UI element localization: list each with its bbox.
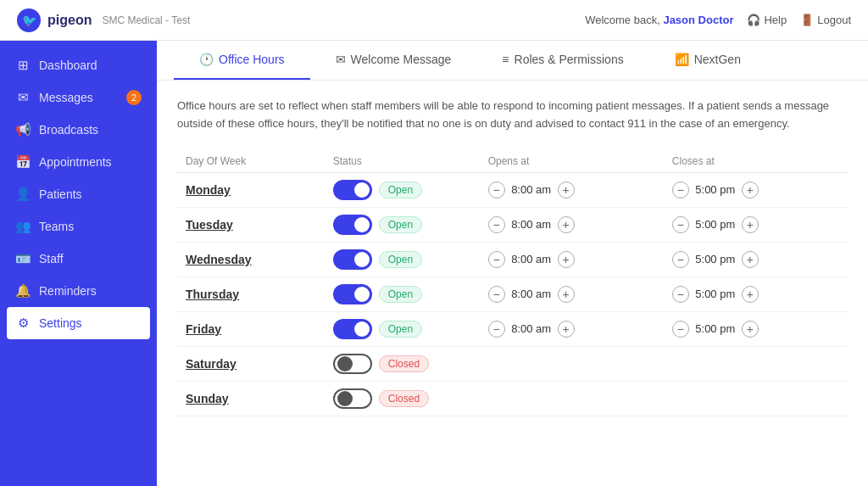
table-row: SundayClosed [177, 381, 848, 416]
toggle-thursday[interactable] [333, 284, 372, 304]
table-row: MondayOpen−8:00 am+−5:00 pm+ [177, 172, 848, 207]
tab-nextgen[interactable]: 📶 NextGen [649, 41, 766, 80]
col-header-opens: Opens at [480, 150, 664, 173]
opens-decrease-button[interactable]: − [488, 216, 505, 233]
toggle-sunday[interactable] [333, 388, 372, 409]
closes-increase-button[interactable]: + [742, 286, 759, 303]
broadcasts-icon: 📢 [15, 122, 31, 137]
toggle-wednesday[interactable] [333, 249, 372, 270]
opens-time-control: −8:00 am+ [488, 251, 655, 268]
day-name: Thursday [186, 288, 239, 301]
sidebar-label-teams: Teams [39, 220, 74, 233]
main-content: 🕐 Office Hours ✉ Welcome Message ≡ Roles… [157, 41, 868, 486]
opens-time-value: 8:00 am [510, 288, 553, 300]
logo-subtitle: SMC Medical - Test [102, 14, 190, 26]
sidebar-label-appointments: Appointments [39, 155, 112, 169]
status-badge: Open [379, 251, 422, 268]
sidebar-item-dashboard[interactable]: ⊞ Dashboard [0, 49, 157, 81]
opens-time-value: 8:00 am [510, 322, 553, 335]
closes-time-value: 5:00 pm [694, 218, 737, 231]
appointments-icon: 📅 [15, 154, 31, 170]
logo-icon: 🐦 [17, 8, 41, 32]
sidebar-item-messages[interactable]: ✉ Messages 2 [0, 81, 157, 114]
opens-increase-button[interactable]: + [558, 216, 575, 233]
nextgen-icon: 📶 [675, 53, 689, 66]
closes-decrease-button[interactable]: − [672, 321, 689, 338]
opens-increase-button[interactable]: + [558, 251, 575, 268]
closes-time-control: −5:00 pm+ [672, 321, 839, 338]
help-icon: 🎧 [747, 14, 760, 26]
toggle-tuesday[interactable] [333, 215, 372, 235]
sidebar-label-broadcasts: Broadcasts [39, 123, 98, 137]
day-name: Sunday [186, 392, 229, 405]
topbar-right: Welcome back, Jason Doctor 🎧 Help 🚪 Logo… [585, 14, 851, 26]
toggle-monday[interactable] [333, 180, 372, 200]
closes-increase-button[interactable]: + [742, 251, 759, 268]
col-header-status: Status [325, 150, 480, 173]
sidebar-item-staff[interactable]: 🪪 Staff [0, 243, 157, 275]
closes-decrease-button[interactable]: − [672, 216, 689, 233]
tab-roles-permissions[interactable]: ≡ Roles & Permissions [476, 41, 648, 80]
opens-time-value: 8:00 am [510, 253, 553, 265]
closes-increase-button[interactable]: + [742, 321, 759, 338]
closes-time-value: 5:00 pm [694, 288, 737, 300]
table-row: TuesdayOpen−8:00 am+−5:00 pm+ [177, 207, 848, 242]
sidebar-item-broadcasts[interactable]: 📢 Broadcasts [0, 114, 157, 146]
closes-time-control: −5:00 pm+ [672, 182, 839, 198]
opens-decrease-button[interactable]: − [488, 286, 505, 303]
closes-decrease-button[interactable]: − [672, 286, 689, 303]
patients-icon: 👤 [15, 187, 31, 202]
closes-time-control: −5:00 pm+ [672, 251, 839, 268]
sidebar-label-messages: Messages [39, 91, 93, 104]
tab-roles-label: Roles & Permissions [515, 53, 624, 66]
closes-decrease-button[interactable]: − [672, 251, 689, 268]
welcome-prefix: Welcome back, Jason Doctor [585, 14, 733, 26]
closes-increase-button[interactable]: + [742, 182, 759, 198]
day-name: Wednesday [186, 253, 252, 266]
tab-bar: 🕐 Office Hours ✉ Welcome Message ≡ Roles… [157, 41, 868, 81]
sidebar-label-reminders: Reminders [39, 284, 97, 298]
sidebar-item-reminders[interactable]: 🔔 Reminders [0, 275, 157, 307]
opens-time-control: −8:00 am+ [488, 216, 655, 233]
closes-decrease-button[interactable]: − [672, 182, 689, 198]
opens-time-control: −8:00 am+ [488, 286, 655, 303]
help-button[interactable]: 🎧 Help [747, 14, 787, 26]
dashboard-icon: ⊞ [15, 58, 31, 73]
toggle-saturday[interactable] [333, 354, 372, 374]
table-row: FridayOpen−8:00 am+−5:00 pm+ [177, 311, 848, 346]
tab-welcome-message[interactable]: ✉ Welcome Message [310, 41, 477, 80]
messages-badge: 2 [126, 90, 142, 105]
status-badge: Open [379, 216, 422, 233]
envelope-icon: ✉ [336, 53, 346, 66]
content-area: Office hours are set to reflect when sta… [157, 81, 868, 433]
toggle-friday[interactable] [333, 319, 372, 339]
welcome-name: Jason Doctor [663, 14, 733, 26]
opens-increase-button[interactable]: + [558, 286, 575, 303]
sidebar-item-patients[interactable]: 👤 Patients [0, 178, 157, 210]
tab-office-hours[interactable]: 🕐 Office Hours [174, 41, 310, 80]
opens-time-control: −8:00 am+ [488, 321, 655, 338]
sidebar-item-appointments[interactable]: 📅 Appointments [0, 146, 157, 178]
day-name: Friday [186, 322, 221, 336]
table-row: WednesdayOpen−8:00 am+−5:00 pm+ [177, 242, 848, 277]
sidebar-item-teams[interactable]: 👥 Teams [0, 210, 157, 243]
sidebar-label-dashboard: Dashboard [39, 59, 97, 72]
topbar: 🐦 pigeon SMC Medical - Test Welcome back… [0, 0, 868, 41]
office-hours-table: Day Of Week Status Opens at Closes at Mo… [177, 150, 848, 416]
logo-text: pigeon [47, 13, 92, 28]
opens-decrease-button[interactable]: − [488, 251, 505, 268]
opens-decrease-button[interactable]: − [488, 182, 505, 198]
closes-time-value: 5:00 pm [694, 183, 737, 196]
sidebar-item-settings[interactable]: ⚙ Settings [7, 307, 150, 339]
settings-icon: ⚙ [15, 316, 31, 331]
opens-increase-button[interactable]: + [558, 182, 575, 198]
opens-decrease-button[interactable]: − [488, 321, 505, 338]
tab-welcome-message-label: Welcome Message [351, 53, 452, 66]
opens-increase-button[interactable]: + [558, 321, 575, 338]
closes-increase-button[interactable]: + [742, 216, 759, 233]
col-header-day: Day Of Week [177, 150, 325, 173]
logout-button[interactable]: 🚪 Logout [800, 14, 851, 26]
day-name: Monday [186, 183, 231, 197]
status-badge: Closed [379, 390, 429, 407]
logo-bird-icon: 🐦 [22, 14, 36, 27]
